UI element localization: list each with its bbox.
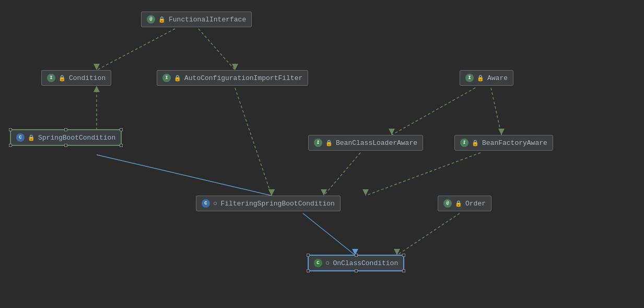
svg-line-14 (324, 153, 360, 196)
dot-icon: ○ (213, 199, 217, 208)
node-label: BeanClassLoaderAware (336, 139, 417, 147)
svg-marker-7 (268, 189, 275, 196)
node-order[interactable]: @ 🔒 Order (438, 196, 491, 211)
node-label: Condition (69, 74, 106, 82)
handle-tr (402, 254, 405, 257)
svg-marker-13 (498, 129, 505, 135)
node-spring-boot-condition[interactable]: C 🔒 SpringBootCondition (10, 130, 121, 145)
node-bean-classloader-aware[interactable]: I 🔒 BeanClassLoaderAware (308, 135, 423, 151)
node-functional-interface[interactable]: @ 🔒 FunctionalInterface (141, 12, 252, 27)
handle-tm (64, 128, 67, 131)
handle-br (402, 269, 405, 272)
svg-marker-9 (268, 189, 275, 196)
node-label: AutoConfigurationImportFilter (184, 74, 302, 82)
annotation-icon: @ (443, 199, 452, 208)
node-label: SpringBootCondition (38, 134, 115, 142)
lock-icon: 🔒 (158, 16, 166, 23)
node-label: FilteringSpringBootCondition (220, 200, 334, 208)
svg-marker-19 (394, 249, 400, 255)
svg-line-6 (97, 155, 272, 196)
node-label: Order (465, 200, 486, 208)
node-label: OnClassCondition (333, 259, 398, 267)
interface-icon: I (314, 139, 322, 147)
node-condition[interactable]: I 🔒 Condition (41, 70, 111, 86)
svg-marker-15 (321, 189, 327, 196)
handle-bl (9, 144, 12, 147)
handle-bm (64, 144, 67, 147)
svg-line-12 (491, 88, 501, 135)
lock-icon: 🔒 (472, 140, 479, 146)
interface-icon: I (47, 74, 55, 82)
class-icon: C (202, 199, 210, 208)
svg-line-2 (198, 29, 235, 70)
svg-line-20 (303, 213, 355, 255)
node-label: FunctionalInterface (169, 16, 246, 24)
lock-icon: 🔒 (28, 134, 35, 141)
svg-line-10 (392, 88, 475, 135)
node-label: BeanFactoryAware (482, 139, 547, 147)
handle-bl (307, 269, 310, 272)
svg-marker-3 (232, 64, 238, 70)
node-auto-config[interactable]: I 🔒 AutoConfigurationImportFilter (157, 70, 308, 86)
lock-icon: 🔒 (58, 75, 66, 82)
svg-line-16 (366, 153, 481, 196)
handle-tr (120, 128, 123, 131)
interface-icon: I (162, 74, 171, 82)
dot-icon: ○ (325, 259, 330, 267)
handle-bm (355, 269, 358, 272)
handle-tl (9, 128, 12, 131)
annotation-icon: @ (147, 15, 155, 24)
lock-icon: 🔒 (477, 75, 484, 82)
handle-tm (355, 254, 358, 257)
svg-marker-17 (362, 189, 369, 196)
handle-tl (307, 254, 310, 257)
lock-icon: 🔒 (325, 140, 333, 146)
class-icon: C (16, 133, 25, 142)
svg-marker-5 (93, 86, 100, 92)
lock-icon: 🔒 (455, 200, 462, 207)
svg-line-0 (97, 29, 175, 70)
node-filtering-spring-boot-condition[interactable]: C ○ FilteringSpringBootCondition (196, 196, 341, 211)
node-aware[interactable]: I 🔒 Aware (460, 70, 513, 86)
node-on-class-condition[interactable]: C ○ OnClassCondition (308, 255, 404, 271)
interface-icon: I (460, 139, 469, 147)
svg-line-8 (235, 88, 272, 196)
class-icon: C (314, 259, 322, 267)
node-bean-factory-aware[interactable]: I 🔒 BeanFactoryAware (454, 135, 553, 151)
svg-marker-1 (93, 64, 100, 70)
svg-line-18 (397, 213, 460, 255)
interface-icon: I (465, 74, 474, 82)
node-label: Aware (487, 74, 508, 82)
diagram-canvas: @ 🔒 FunctionalInterface I 🔒 Condition I … (0, 0, 644, 308)
lock-icon: 🔒 (174, 75, 181, 82)
handle-br (120, 144, 123, 147)
svg-marker-11 (389, 129, 395, 135)
